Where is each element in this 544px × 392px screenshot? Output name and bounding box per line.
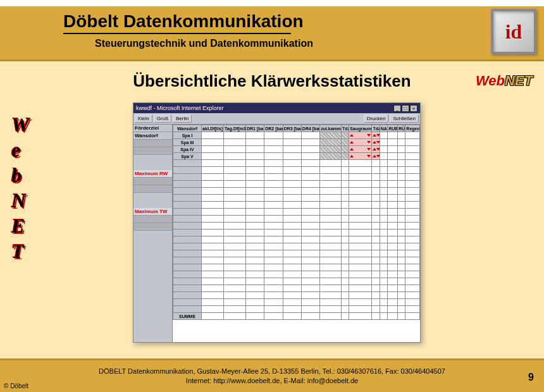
cell [245, 195, 264, 202]
window-close-icon[interactable]: × [410, 105, 417, 112]
toolbar-button-groß[interactable]: Groß [154, 114, 171, 123]
cell [405, 146, 420, 153]
cell [202, 285, 224, 292]
slide-body: Übersichtliche Klärwerksstatistiken WebN… [0, 61, 544, 358]
arrow-up-icon [350, 148, 354, 150]
cell [301, 132, 319, 139]
cell [224, 174, 246, 181]
cell [301, 195, 319, 202]
cell [245, 264, 264, 271]
company-name: Döbelt Datenkommunikation [63, 11, 544, 32]
cell [405, 313, 420, 320]
cell [320, 278, 342, 285]
cell [372, 306, 380, 313]
cell [341, 236, 349, 243]
cell [224, 139, 246, 146]
cell [380, 306, 387, 313]
cell [264, 230, 283, 236]
cell [202, 278, 224, 285]
left-panel: Förderziel Wansdorf Maximum RW Maximum T… [133, 125, 173, 342]
cell [388, 160, 398, 167]
arrow-down-icon [376, 141, 380, 144]
cell [372, 230, 380, 236]
col-header: Tdz [341, 125, 349, 132]
cell [349, 132, 372, 139]
cell [397, 236, 405, 243]
window-minimize-icon[interactable]: _ [393, 105, 401, 112]
col-header: Tag.Df[m3] [224, 125, 246, 132]
toolbar-button-klein[interactable]: Klein [135, 114, 152, 123]
cell [341, 292, 349, 299]
cell [380, 299, 387, 306]
header-bar: Döbelt Datenkommunikation Steuerungstech… [0, 0, 544, 61]
cell [405, 139, 420, 146]
cell [372, 292, 380, 299]
cell [405, 278, 420, 285]
cell [202, 209, 224, 216]
toolbar-button-schließen[interactable]: Schließen [390, 114, 419, 123]
cell [264, 243, 283, 250]
cell [405, 181, 420, 188]
cell [341, 139, 349, 146]
cell [224, 292, 246, 299]
cell [301, 167, 319, 174]
cell [349, 257, 372, 264]
table-row [173, 236, 420, 243]
cell [301, 250, 319, 257]
cell [341, 230, 349, 236]
cell [349, 181, 372, 188]
copyright: © Döbelt [4, 383, 28, 389]
col-header: DR3 [bar] [283, 125, 301, 132]
cell [388, 306, 398, 313]
window-maximize-icon[interactable]: □ [402, 105, 409, 112]
cell [320, 223, 342, 230]
cell [264, 271, 283, 278]
label-max-tw: Maximum TW [133, 208, 172, 216]
cell [380, 188, 387, 195]
cell [372, 257, 380, 264]
cell [202, 167, 224, 174]
cell [283, 278, 301, 285]
slide-title: Übersichtliche Klärwerksstatistiken [0, 61, 544, 91]
cell [380, 292, 387, 299]
cell [341, 264, 349, 271]
cell [349, 188, 372, 195]
cell [320, 202, 342, 209]
arrow-down-icon [376, 134, 380, 137]
cell [202, 132, 224, 139]
cell [283, 153, 301, 160]
cell [283, 216, 301, 223]
cell [245, 292, 264, 299]
cell [341, 243, 349, 250]
cell [320, 188, 342, 195]
cell [397, 299, 405, 306]
cell [264, 174, 283, 181]
cell [380, 195, 387, 202]
cell [283, 243, 301, 250]
cell [202, 223, 224, 230]
toolbar-button-berlin[interactable]: Berlin [173, 114, 192, 123]
side-letter: N [11, 188, 29, 213]
cell [283, 313, 301, 320]
table-row: Spa IV [173, 146, 420, 153]
cell [380, 202, 387, 209]
cell [405, 202, 420, 209]
grey-row [133, 216, 172, 223]
cell [388, 264, 398, 271]
cell [380, 139, 387, 146]
side-letter: b [11, 162, 29, 188]
cell [372, 299, 380, 306]
cell [380, 181, 387, 188]
cell [320, 250, 342, 257]
cell [388, 174, 398, 181]
cell [320, 306, 342, 313]
cell [341, 209, 349, 216]
row-header [173, 243, 202, 250]
col-header: RUB [388, 125, 398, 132]
row-header [173, 209, 202, 216]
cell [380, 223, 387, 230]
cell [224, 285, 246, 292]
cell [341, 167, 349, 174]
toolbar-button-drucken[interactable]: Drucken [364, 114, 389, 123]
cell [397, 264, 405, 271]
